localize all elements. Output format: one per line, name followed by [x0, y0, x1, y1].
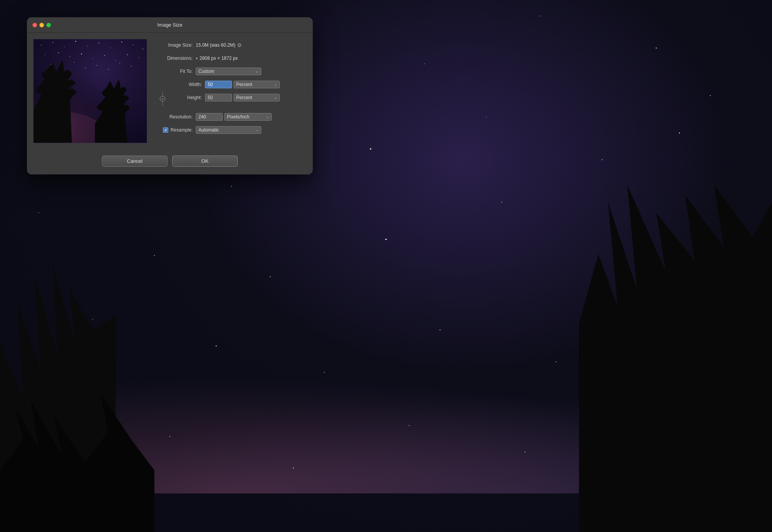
svg-point-11	[142, 49, 143, 49]
width-input-group: Percent Pixels Inches Centimeters	[205, 81, 280, 88]
width-unit-select[interactable]: Percent Pixels Inches Centimeters	[234, 81, 280, 88]
gear-button[interactable]: ⚙	[235, 42, 244, 48]
svg-point-8	[110, 47, 110, 48]
svg-point-23	[74, 62, 74, 62]
height-unit-wrapper: Percent Pixels Inches Centimeters	[234, 94, 280, 101]
preview-svg	[34, 39, 147, 143]
link-chain-icon[interactable]: ∞	[160, 96, 165, 101]
link-line-top	[163, 91, 163, 96]
fit-to-row: Fit To: Custom Original Size 4 x 6 5 x 7…	[158, 67, 303, 76]
resample-row: Resample: Automatic Preserve Details Bic…	[158, 125, 303, 135]
resolution-unit-wrapper: Pixels/Inch Pixels/Centimeter	[224, 113, 272, 121]
dimensions-label: Dimensions:	[158, 56, 193, 61]
close-button[interactable]	[32, 23, 37, 27]
svg-point-21	[51, 64, 51, 65]
preview-image	[33, 39, 147, 143]
resample-checkbox-label: Resample:	[158, 127, 193, 133]
link-icon-column: ∞	[158, 80, 167, 108]
fit-to-select-wrapper: Custom Original Size 4 x 6 5 x 7 8 x 10 …	[196, 68, 261, 75]
dialog-title: Image Size	[157, 22, 182, 28]
svg-point-4	[64, 47, 64, 47]
height-row: Height: Percent Pixels Inches Centimeter…	[167, 93, 303, 102]
svg-point-19	[127, 54, 128, 55]
svg-point-13	[58, 52, 59, 53]
width-unit-wrapper: Percent Pixels Inches Centimeters	[234, 81, 280, 88]
image-size-row: Image Size: 15.0M (was 60.2M) ⚙	[158, 41, 303, 50]
svg-point-18	[116, 60, 117, 61]
svg-point-15	[81, 54, 82, 54]
image-size-value: 15.0M (was 60.2M)	[196, 42, 235, 48]
link-connector: ∞	[160, 91, 165, 106]
width-row: Width: Percent Pixels Inches Centimeters	[167, 80, 303, 89]
dimensions-value-area: ▾ 2808 px × 1872 px	[196, 56, 238, 61]
dimensions-row: Dimensions: ▾ 2808 px × 1872 px	[158, 54, 303, 63]
maximize-button[interactable]	[46, 23, 51, 27]
svg-point-28	[131, 66, 132, 67]
ok-button[interactable]: OK	[172, 155, 238, 167]
fit-to-select[interactable]: Custom Original Size 4 x 6 5 x 7 8 x 10 …	[196, 68, 261, 75]
width-input[interactable]	[205, 81, 232, 88]
image-size-label: Image Size:	[158, 42, 193, 48]
svg-point-24	[85, 68, 86, 69]
settings-panel: Image Size: 15.0M (was 60.2M) ⚙ Dimensio…	[155, 39, 306, 143]
width-height-section: ∞ Width: P	[158, 80, 303, 108]
svg-point-9	[121, 42, 122, 42]
svg-point-20	[139, 57, 139, 58]
svg-point-5	[75, 41, 76, 42]
resolution-input[interactable]	[196, 113, 223, 121]
svg-point-2	[41, 45, 42, 46]
dimensions-dropdown-button[interactable]: ▾	[196, 56, 198, 61]
resolution-input-group: Pixels/Inch Pixels/Centimeter	[196, 113, 272, 121]
resample-checkbox[interactable]	[163, 127, 168, 133]
svg-point-3	[52, 42, 53, 43]
minimize-button[interactable]	[39, 23, 44, 27]
svg-point-14	[70, 56, 71, 57]
resolution-label: Resolution:	[158, 114, 193, 120]
resolution-row: Resolution: Pixels/Inch Pixels/Centimete…	[158, 112, 303, 122]
dialog-body: Image Size: 15.0M (was 60.2M) ⚙ Dimensio…	[27, 33, 313, 149]
svg-point-16	[93, 58, 93, 59]
traffic-lights	[32, 23, 51, 27]
height-input-group: Percent Pixels Inches Centimeters	[205, 94, 280, 101]
width-label: Width:	[167, 82, 202, 87]
height-unit-select[interactable]: Percent Pixels Inches Centimeters	[234, 94, 280, 101]
resample-select[interactable]: Automatic Preserve Details Bicubic Smoot…	[196, 126, 261, 134]
resolution-unit-select[interactable]: Pixels/Inch Pixels/Centimeter	[224, 113, 272, 121]
fit-to-label: Fit To:	[158, 69, 193, 74]
height-label: Height:	[167, 95, 202, 100]
resample-label: Resample:	[171, 127, 193, 133]
width-height-inputs: Width: Percent Pixels Inches Centimeters	[167, 80, 303, 108]
resample-select-wrapper: Automatic Preserve Details Bicubic Smoot…	[196, 126, 261, 134]
svg-point-12	[45, 54, 45, 55]
svg-point-25	[96, 65, 97, 66]
svg-point-26	[108, 69, 109, 69]
svg-point-27	[120, 63, 120, 63]
svg-point-6	[87, 46, 88, 47]
image-size-dialog: Image Size	[27, 17, 313, 174]
svg-point-17	[104, 55, 105, 56]
dialog-buttons: Cancel OK	[27, 149, 313, 174]
preview-area	[33, 39, 147, 143]
svg-point-7	[98, 43, 99, 44]
dialog-backdrop: Image Size	[0, 0, 772, 532]
height-input[interactable]	[205, 94, 232, 101]
svg-point-10	[133, 45, 134, 46]
titlebar: Image Size	[27, 17, 313, 33]
link-line-bottom	[163, 101, 163, 106]
dimensions-value: 2808 px × 1872 px	[200, 56, 238, 61]
cancel-button[interactable]: Cancel	[102, 155, 168, 167]
